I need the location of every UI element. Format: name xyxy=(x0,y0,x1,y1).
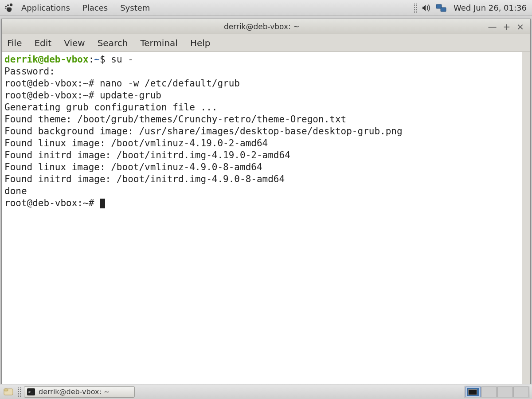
terminal-line: $ su - xyxy=(100,54,133,65)
show-desktop-button[interactable] xyxy=(3,386,15,398)
svg-text:>_: >_ xyxy=(28,390,33,394)
scrollbar[interactable] xyxy=(522,52,530,390)
network-icon[interactable] xyxy=(436,4,446,12)
terminal-line: root@deb-vbox:~# xyxy=(4,198,100,208)
terminal-icon: >_ xyxy=(27,388,35,395)
workspace-3[interactable] xyxy=(497,387,512,397)
panel-grip-icon[interactable] xyxy=(18,387,21,397)
terminal-line: ~ xyxy=(94,54,100,65)
terminal-line: Found linux image: /boot/vmlinuz-4.19.0-… xyxy=(4,138,268,149)
terminal-menubar: File Edit View Search Terminal Help xyxy=(2,34,530,52)
workspace-1[interactable] xyxy=(466,387,481,397)
terminal-line: : xyxy=(89,54,94,65)
systray: Wed Jun 26, 01:36 xyxy=(414,3,529,13)
svg-rect-7 xyxy=(4,389,8,391)
window-title: derrik@deb-vbox: ~ xyxy=(42,22,481,31)
gnome-bottom-panel: >_ derrik@deb-vbox: ~ xyxy=(0,384,532,399)
window-titlebar[interactable]: derrik@deb-vbox: ~ — + × xyxy=(2,19,530,34)
menu-applications[interactable]: Applications xyxy=(15,3,76,12)
menu-help[interactable]: Help xyxy=(190,38,211,48)
terminal-line: Found background image: /usr/share/image… xyxy=(4,126,403,137)
taskbar-item-terminal[interactable]: >_ derrik@deb-vbox: ~ xyxy=(24,386,135,398)
workspace-4[interactable] xyxy=(513,387,528,397)
terminal-line: root@deb-vbox:~# update-grub xyxy=(4,90,161,101)
window-minimize-button[interactable]: — xyxy=(488,22,497,31)
svg-point-1 xyxy=(7,4,9,6)
terminal-window: derrik@deb-vbox: ~ — + × File Edit View … xyxy=(1,19,531,390)
gnome-foot-icon[interactable] xyxy=(3,3,15,13)
menu-places[interactable]: Places xyxy=(76,3,114,12)
terminal-body[interactable]: derrik@deb-vbox:~$ su - Password: root@d… xyxy=(2,52,530,390)
svg-rect-5 xyxy=(441,8,446,12)
svg-point-0 xyxy=(10,3,12,6)
svg-point-3 xyxy=(5,8,6,8)
terminal-line: derrik@deb-vbox xyxy=(4,54,89,65)
workspace-2[interactable] xyxy=(481,387,497,397)
menu-view[interactable]: View xyxy=(64,38,85,48)
terminal-line: Found initrd image: /boot/initrd.img-4.1… xyxy=(4,150,290,160)
terminal-line: Found linux image: /boot/vmlinuz-4.9.0-8… xyxy=(4,162,262,172)
menu-file[interactable]: File xyxy=(7,38,22,48)
window-close-button[interactable]: × xyxy=(516,22,524,31)
window-maximize-button[interactable]: + xyxy=(503,22,510,31)
volume-icon[interactable] xyxy=(422,4,431,12)
terminal-line: done xyxy=(4,186,27,196)
gnome-top-panel: Applications Places System Wed Jun 26, 0… xyxy=(0,0,532,16)
terminal-line: root@deb-vbox:~# nano -w /etc/default/gr… xyxy=(4,78,240,89)
menu-system[interactable]: System xyxy=(114,3,156,12)
cursor-icon xyxy=(100,199,105,208)
terminal-line: Found initrd image: /boot/initrd.img-4.9… xyxy=(4,174,285,184)
workspace-switcher xyxy=(465,386,529,398)
workspace-thumb-icon xyxy=(468,389,477,395)
taskbar-item-label: derrik@deb-vbox: ~ xyxy=(39,387,110,396)
terminal-line: Password: xyxy=(4,66,60,77)
panel-grip-icon[interactable] xyxy=(414,3,417,13)
terminal-line: Generating grub configuration file ... xyxy=(4,102,217,113)
terminal-line: Found theme: /boot/grub/themes/Crunchy-r… xyxy=(4,114,346,125)
menu-edit[interactable]: Edit xyxy=(34,38,51,48)
menu-search[interactable]: Search xyxy=(98,38,128,48)
svg-point-2 xyxy=(5,5,7,7)
menu-terminal[interactable]: Terminal xyxy=(140,38,178,48)
clock[interactable]: Wed Jun 26, 01:36 xyxy=(451,3,527,12)
